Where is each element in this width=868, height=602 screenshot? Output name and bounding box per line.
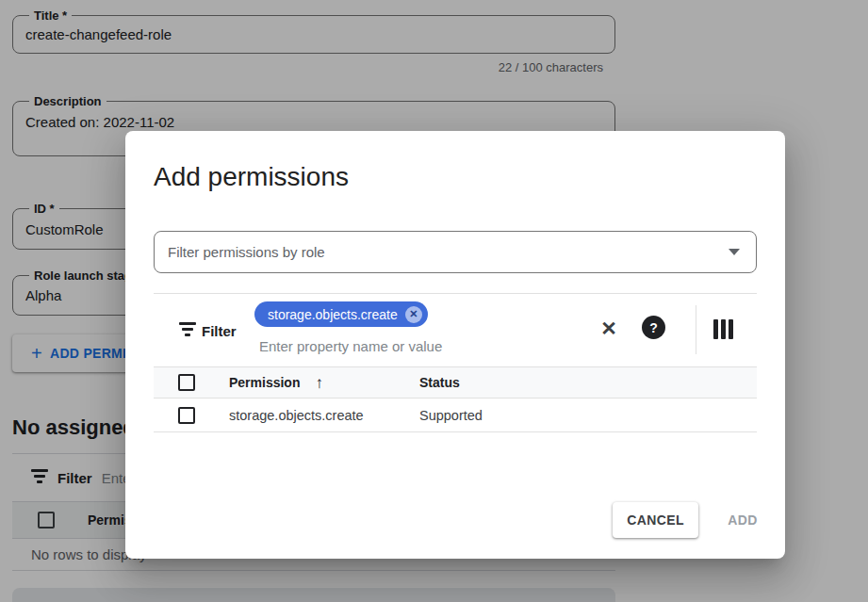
add-permissions-dialog: Add permissions Filter permissions by ro… <box>125 131 785 559</box>
toolbar-divider <box>696 305 696 354</box>
select-all-checkbox[interactable] <box>178 374 195 391</box>
permission-column-header[interactable]: Permission <box>229 375 300 390</box>
row-checkbox[interactable] <box>178 407 195 424</box>
status-cell: Supported <box>419 408 483 423</box>
sort-ascending-icon[interactable]: ↑ <box>315 375 323 391</box>
filter-label: Filter <box>202 323 237 339</box>
filter-by-role-placeholder: Filter permissions by role <box>168 244 729 260</box>
chip-remove-icon[interactable]: ✕ <box>405 306 422 323</box>
permissions-table: Permission ↑ Status storage.objects.crea… <box>154 366 757 432</box>
chevron-down-icon <box>729 249 740 255</box>
permissions-filter-toolbar: Filter storage.objects.create ✕ Enter pr… <box>154 293 757 366</box>
permission-cell: storage.objects.create <box>229 408 364 423</box>
add-button[interactable]: ADD <box>714 502 771 538</box>
columns-icon[interactable] <box>713 319 733 339</box>
filter-input-placeholder[interactable]: Enter property name or value <box>259 338 442 354</box>
filter-chip[interactable]: storage.objects.create ✕ <box>254 301 428 327</box>
clear-filters-icon[interactable]: ✕ <box>595 315 623 343</box>
dialog-title: Add permissions <box>154 162 349 192</box>
cancel-button[interactable]: CANCEL <box>613 502 698 538</box>
filter-by-role-dropdown[interactable]: Filter permissions by role <box>154 231 757 273</box>
permissions-table-header: Permission ↑ Status <box>154 366 757 399</box>
status-column-header[interactable]: Status <box>419 375 460 390</box>
filter-chip-label: storage.objects.create <box>268 307 398 322</box>
table-row[interactable]: storage.objects.create Supported <box>154 399 757 432</box>
help-icon[interactable]: ? <box>642 316 665 339</box>
filter-icon <box>179 322 196 339</box>
